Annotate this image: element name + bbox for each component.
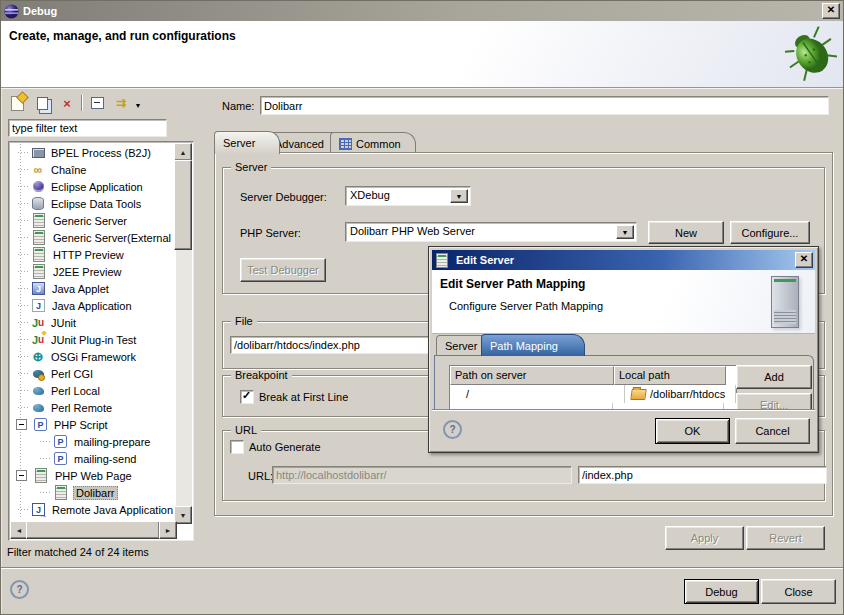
tab-path-mapping[interactable]: Path Mapping — [481, 334, 585, 356]
duplicate-icon[interactable] — [33, 94, 51, 112]
tree-item-label: Eclipse Data Tools — [49, 197, 143, 211]
server-icon — [33, 230, 45, 245]
path-mapping-panel: Path on server Local path / /dolibarr/ht… — [434, 355, 814, 409]
tree-item-label: Java Applet — [50, 282, 111, 296]
tree-item-generic-server-external-la[interactable]: Generic Server(External La — [11, 229, 175, 246]
collapse-toggle-icon[interactable] — [16, 419, 27, 430]
column-header[interactable]: Path on server — [450, 366, 614, 385]
tree-item-mailing-send[interactable]: mailing-send — [11, 450, 175, 467]
tree-item-label: JUnit — [49, 316, 78, 330]
url-group-title: URL — [231, 425, 261, 436]
tree-item-http-preview[interactable]: HTTP Preview — [11, 246, 175, 263]
scroll-right-icon[interactable]: ► — [159, 521, 177, 539]
junit-plugin-icon — [31, 333, 45, 347]
tree-item-generic-server[interactable]: Generic Server — [11, 212, 175, 229]
tree-connector — [14, 331, 31, 348]
configure-button[interactable]: Configure... — [730, 221, 810, 244]
server-debugger-combo[interactable]: XDebug ▼ — [345, 186, 471, 206]
window-titlebar[interactable]: Debug ✕ — [1, 1, 843, 21]
configuration-tree-panel: BPEL Process (B2J)ChaîneEclipse Applicat… — [8, 141, 194, 541]
database-icon — [31, 197, 45, 211]
tab-common[interactable]: Common — [330, 132, 416, 154]
tree-item-label: Eclipse Application — [49, 180, 145, 194]
close-icon[interactable]: ✕ — [822, 3, 840, 19]
tree-item-php-script[interactable]: PHP Script — [11, 416, 175, 433]
folder-icon — [630, 389, 647, 400]
tree-connector — [14, 195, 31, 212]
tree-item-perl-local[interactable]: Perl Local — [11, 382, 175, 399]
php-icon — [34, 418, 47, 431]
chain-icon — [31, 163, 45, 177]
help-icon[interactable]: ? — [443, 420, 462, 439]
tree-item-dolibarr[interactable]: Dolibarr — [11, 484, 175, 501]
tree-item-perl-cgi[interactable]: Perl CGI — [11, 365, 175, 382]
tree-item-label: J2EE Preview — [51, 265, 123, 279]
java-applet-icon — [32, 282, 45, 295]
ok-button[interactable]: OK — [655, 418, 730, 444]
tree-item-osgi-framework[interactable]: OSGi Framework — [11, 348, 175, 365]
tree-item-php-web-page[interactable]: PHP Web Page — [11, 467, 175, 484]
php-web-icon — [55, 485, 67, 500]
break-first-line-checkbox[interactable] — [240, 390, 254, 404]
toolbar-separator — [81, 95, 82, 111]
tree-item-perl-remote[interactable]: Perl Remote — [11, 399, 175, 416]
debug-button[interactable]: Debug — [684, 579, 759, 604]
table-row[interactable]: / /dolibarr/htdocs — [450, 385, 736, 403]
tree-item-eclipse-data-tools[interactable]: Eclipse Data Tools — [11, 195, 175, 212]
php-server-combo[interactable]: Dolibarr PHP Web Server ▼ — [345, 222, 637, 242]
tree-item-eclipse-application[interactable]: Eclipse Application — [11, 178, 175, 195]
close-button[interactable]: Close — [761, 579, 836, 604]
name-label: Name: — [222, 100, 254, 112]
dialog-subheading: Configure Server Path Mapping — [449, 300, 603, 312]
edit-mapping-button[interactable]: Edit... — [736, 393, 812, 409]
tree-item-java-application[interactable]: Java Application — [11, 297, 175, 314]
collapse-all-icon[interactable] — [88, 94, 106, 112]
filter-input[interactable] — [8, 119, 167, 137]
path-mapping-table[interactable]: Path on server Local path / /dolibarr/ht… — [449, 365, 737, 409]
filter-icon[interactable]: ⇉ — [112, 94, 130, 112]
apply-button[interactable]: Apply — [665, 526, 744, 550]
scroll-up-icon[interactable]: ▲ — [174, 143, 192, 161]
tree-item-j2ee-preview[interactable]: J2EE Preview — [11, 263, 175, 280]
tree-vscroll-thumb[interactable] — [174, 160, 192, 250]
breakpoint-group-title: Breakpoint — [231, 370, 292, 381]
tree-item-junit[interactable]: JUnit — [11, 314, 175, 331]
remote-java-icon — [32, 503, 45, 516]
base-url-input — [272, 466, 572, 484]
tree-item-junit-plug-in-test[interactable]: JUnit Plug-in Test — [11, 331, 175, 348]
tree-item-bpel-process-b2j-[interactable]: BPEL Process (B2J) — [11, 144, 175, 161]
tree-item-label: PHP Script — [52, 418, 110, 432]
menu-dropdown-icon[interactable]: ▼ — [133, 96, 143, 114]
edit-server-titlebar[interactable]: Edit Server ✕ — [432, 250, 815, 270]
tree-item-label: HTTP Preview — [51, 248, 126, 262]
window-title: Debug — [23, 5, 57, 17]
close-icon[interactable]: ✕ — [795, 252, 813, 268]
column-header[interactable]: Local path — [614, 366, 726, 385]
tree-item-java-applet[interactable]: Java Applet — [11, 280, 175, 297]
new-configuration-icon[interactable] — [8, 94, 26, 112]
tree-item-cha-ne[interactable]: Chaîne — [11, 161, 175, 178]
perl-icon — [31, 401, 45, 415]
tree-item-remote-java-application[interactable]: Remote Java Application — [11, 501, 175, 518]
url-path-input[interactable] — [578, 466, 827, 484]
auto-generate-checkbox[interactable] — [230, 440, 244, 454]
add-mapping-button[interactable]: Add — [736, 365, 812, 389]
cancel-button[interactable]: Cancel — [735, 418, 810, 444]
name-input[interactable] — [260, 96, 829, 115]
revert-button[interactable]: Revert — [746, 526, 825, 550]
tab-server[interactable]: Server — [214, 131, 280, 154]
chevron-down-icon[interactable]: ▼ — [616, 225, 634, 239]
tree-connector — [36, 450, 53, 467]
help-icon[interactable]: ? — [10, 580, 29, 599]
new-server-button[interactable]: New — [648, 221, 724, 244]
chevron-down-icon[interactable]: ▼ — [450, 189, 468, 203]
delete-icon[interactable]: × — [58, 94, 76, 112]
config-tree: BPEL Process (B2J)ChaîneEclipse Applicat… — [11, 144, 175, 518]
collapse-toggle-icon[interactable] — [16, 470, 27, 481]
auto-generate-label: Auto Generate — [249, 441, 321, 453]
tree-hscroll-thumb[interactable] — [26, 521, 160, 539]
test-debugger-button[interactable]: Test Debugger — [240, 258, 326, 282]
table-icon — [339, 138, 352, 150]
tree-connector — [14, 365, 31, 382]
tree-item-mailing-prepare[interactable]: mailing-prepare — [11, 433, 175, 450]
